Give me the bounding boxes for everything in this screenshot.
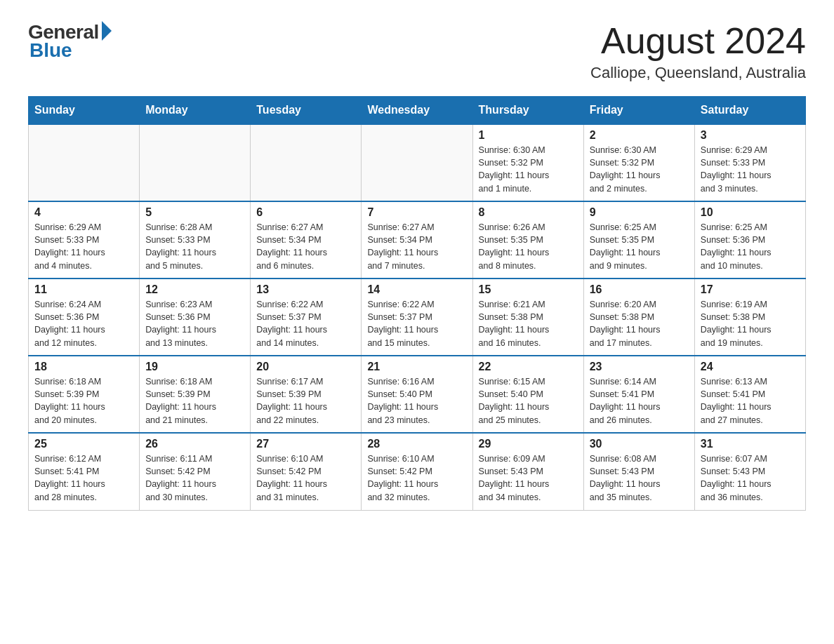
- calendar-cell: [29, 124, 140, 201]
- day-info: Sunrise: 6:14 AMSunset: 5:41 PMDaylight:…: [590, 375, 689, 427]
- calendar-cell: 30Sunrise: 6:08 AMSunset: 5:43 PMDayligh…: [583, 433, 694, 510]
- calendar-cell: 23Sunrise: 6:14 AMSunset: 5:41 PMDayligh…: [583, 356, 694, 433]
- day-number: 23: [590, 361, 689, 373]
- calendar-cell: 11Sunrise: 6:24 AMSunset: 5:36 PMDayligh…: [29, 279, 140, 356]
- calendar-cell: 16Sunrise: 6:20 AMSunset: 5:38 PMDayligh…: [583, 279, 694, 356]
- day-info: Sunrise: 6:23 AMSunset: 5:36 PMDaylight:…: [145, 298, 244, 349]
- calendar-cell: 26Sunrise: 6:11 AMSunset: 5:42 PMDayligh…: [140, 433, 251, 510]
- calendar-cell: 20Sunrise: 6:17 AMSunset: 5:39 PMDayligh…: [251, 356, 362, 433]
- calendar-week-row: 18Sunrise: 6:18 AMSunset: 5:39 PMDayligh…: [29, 356, 806, 433]
- calendar-cell: 3Sunrise: 6:29 AMSunset: 5:33 PMDaylight…: [694, 124, 805, 201]
- calendar-cell: 18Sunrise: 6:18 AMSunset: 5:39 PMDayligh…: [29, 356, 140, 433]
- column-header-thursday: Thursday: [472, 97, 583, 125]
- day-info: Sunrise: 6:16 AMSunset: 5:40 PMDaylight:…: [367, 375, 466, 427]
- location-title: Calliope, Queensland, Australia: [590, 64, 806, 82]
- day-number: 31: [701, 438, 800, 450]
- calendar-cell: [251, 124, 362, 201]
- column-header-saturday: Saturday: [694, 97, 805, 125]
- day-number: 30: [590, 438, 689, 450]
- day-number: 22: [479, 361, 578, 373]
- calendar-cell: 4Sunrise: 6:29 AMSunset: 5:33 PMDaylight…: [29, 201, 140, 279]
- calendar-cell: 19Sunrise: 6:18 AMSunset: 5:39 PMDayligh…: [140, 356, 251, 433]
- column-header-friday: Friday: [583, 97, 694, 125]
- day-info: Sunrise: 6:26 AMSunset: 5:35 PMDaylight:…: [479, 221, 578, 272]
- day-info: Sunrise: 6:12 AMSunset: 5:41 PMDaylight:…: [34, 452, 133, 504]
- calendar-cell: [140, 124, 251, 201]
- calendar-cell: 15Sunrise: 6:21 AMSunset: 5:38 PMDayligh…: [472, 279, 583, 356]
- column-header-sunday: Sunday: [29, 97, 140, 125]
- day-info: Sunrise: 6:29 AMSunset: 5:33 PMDaylight:…: [34, 221, 133, 272]
- calendar-cell: 27Sunrise: 6:10 AMSunset: 5:42 PMDayligh…: [251, 433, 362, 510]
- calendar-cell: 8Sunrise: 6:26 AMSunset: 5:35 PMDaylight…: [472, 201, 583, 279]
- day-number: 17: [701, 283, 800, 296]
- day-info: Sunrise: 6:29 AMSunset: 5:33 PMDaylight:…: [701, 144, 800, 195]
- day-info: Sunrise: 6:22 AMSunset: 5:37 PMDaylight:…: [256, 298, 355, 349]
- day-info: Sunrise: 6:08 AMSunset: 5:43 PMDaylight:…: [590, 452, 689, 504]
- day-number: 5: [145, 206, 244, 219]
- calendar-week-row: 25Sunrise: 6:12 AMSunset: 5:41 PMDayligh…: [29, 433, 806, 510]
- day-number: 11: [34, 283, 133, 296]
- day-number: 16: [590, 283, 689, 296]
- month-title: August 2024: [590, 21, 806, 61]
- calendar-week-row: 1Sunrise: 6:30 AMSunset: 5:32 PMDaylight…: [29, 124, 806, 201]
- day-info: Sunrise: 6:15 AMSunset: 5:40 PMDaylight:…: [479, 375, 578, 427]
- day-info: Sunrise: 6:25 AMSunset: 5:36 PMDaylight:…: [701, 221, 800, 272]
- day-number: 20: [256, 361, 355, 373]
- calendar-cell: 21Sunrise: 6:16 AMSunset: 5:40 PMDayligh…: [362, 356, 472, 433]
- day-number: 7: [367, 206, 466, 219]
- day-number: 9: [590, 206, 689, 219]
- day-number: 13: [256, 283, 355, 296]
- logo-arrow-icon: [102, 21, 112, 41]
- day-number: 21: [367, 361, 466, 373]
- calendar-header-row: SundayMondayTuesdayWednesdayThursdayFrid…: [29, 97, 806, 125]
- day-number: 24: [701, 361, 800, 373]
- day-info: Sunrise: 6:24 AMSunset: 5:36 PMDaylight:…: [34, 298, 133, 349]
- day-number: 10: [701, 206, 800, 219]
- logo-blue-text: Blue: [29, 39, 72, 62]
- calendar-cell: 22Sunrise: 6:15 AMSunset: 5:40 PMDayligh…: [472, 356, 583, 433]
- calendar-cell: 1Sunrise: 6:30 AMSunset: 5:32 PMDaylight…: [472, 124, 583, 201]
- day-number: 27: [256, 438, 355, 450]
- calendar-cell: 25Sunrise: 6:12 AMSunset: 5:41 PMDayligh…: [29, 433, 140, 510]
- day-info: Sunrise: 6:18 AMSunset: 5:39 PMDaylight:…: [145, 375, 244, 427]
- logo: General Blue: [28, 21, 112, 62]
- day-info: Sunrise: 6:11 AMSunset: 5:42 PMDaylight:…: [145, 452, 244, 504]
- day-number: 8: [479, 206, 578, 219]
- day-number: 28: [367, 438, 466, 450]
- day-number: 6: [256, 206, 355, 219]
- day-info: Sunrise: 6:22 AMSunset: 5:37 PMDaylight:…: [367, 298, 466, 349]
- calendar-cell: 2Sunrise: 6:30 AMSunset: 5:32 PMDaylight…: [583, 124, 694, 201]
- day-info: Sunrise: 6:10 AMSunset: 5:42 PMDaylight:…: [367, 452, 466, 504]
- day-number: 15: [479, 283, 578, 296]
- calendar-cell: 17Sunrise: 6:19 AMSunset: 5:38 PMDayligh…: [694, 279, 805, 356]
- calendar-cell: 7Sunrise: 6:27 AMSunset: 5:34 PMDaylight…: [362, 201, 472, 279]
- calendar-week-row: 4Sunrise: 6:29 AMSunset: 5:33 PMDaylight…: [29, 201, 806, 279]
- column-header-tuesday: Tuesday: [251, 97, 362, 125]
- calendar-table: SundayMondayTuesdayWednesdayThursdayFrid…: [28, 96, 806, 511]
- calendar-cell: 12Sunrise: 6:23 AMSunset: 5:36 PMDayligh…: [140, 279, 251, 356]
- page-header: General Blue August 2024 Calliope, Queen…: [28, 21, 806, 82]
- day-number: 29: [479, 438, 578, 450]
- calendar-cell: 9Sunrise: 6:25 AMSunset: 5:35 PMDaylight…: [583, 201, 694, 279]
- calendar-cell: 28Sunrise: 6:10 AMSunset: 5:42 PMDayligh…: [362, 433, 472, 510]
- column-header-wednesday: Wednesday: [362, 97, 472, 125]
- day-info: Sunrise: 6:10 AMSunset: 5:42 PMDaylight:…: [256, 452, 355, 504]
- column-header-monday: Monday: [140, 97, 251, 125]
- day-number: 12: [145, 283, 244, 296]
- day-number: 1: [479, 129, 578, 142]
- day-number: 19: [145, 361, 244, 373]
- day-number: 14: [367, 283, 466, 296]
- day-info: Sunrise: 6:09 AMSunset: 5:43 PMDaylight:…: [479, 452, 578, 504]
- calendar-cell: [362, 124, 472, 201]
- calendar-cell: 31Sunrise: 6:07 AMSunset: 5:43 PMDayligh…: [694, 433, 805, 510]
- day-number: 4: [34, 206, 133, 219]
- day-number: 2: [590, 129, 689, 142]
- day-number: 18: [34, 361, 133, 373]
- calendar-cell: 5Sunrise: 6:28 AMSunset: 5:33 PMDaylight…: [140, 201, 251, 279]
- day-info: Sunrise: 6:27 AMSunset: 5:34 PMDaylight:…: [256, 221, 355, 272]
- calendar-cell: 24Sunrise: 6:13 AMSunset: 5:41 PMDayligh…: [694, 356, 805, 433]
- day-info: Sunrise: 6:20 AMSunset: 5:38 PMDaylight:…: [590, 298, 689, 349]
- calendar-cell: 13Sunrise: 6:22 AMSunset: 5:37 PMDayligh…: [251, 279, 362, 356]
- calendar-cell: 14Sunrise: 6:22 AMSunset: 5:37 PMDayligh…: [362, 279, 472, 356]
- day-info: Sunrise: 6:25 AMSunset: 5:35 PMDaylight:…: [590, 221, 689, 272]
